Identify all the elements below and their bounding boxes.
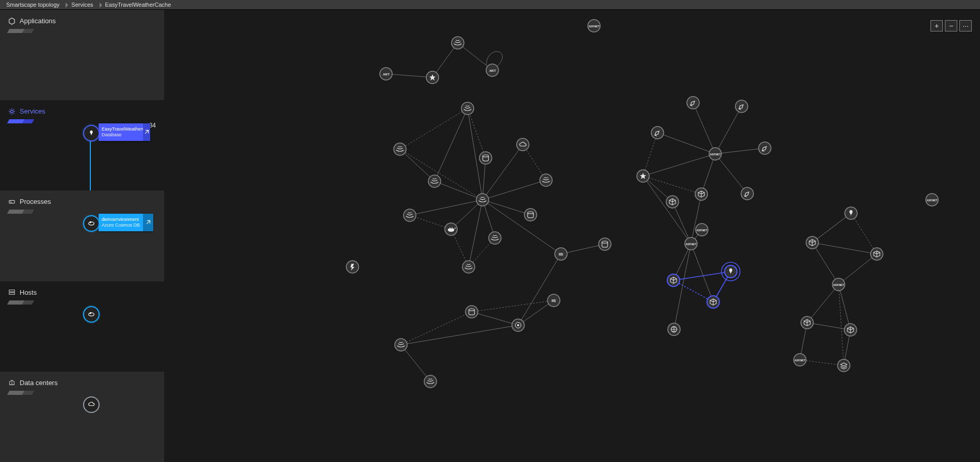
layer-underline xyxy=(7,391,35,395)
layer-label: Applications xyxy=(20,17,56,25)
graph-edge xyxy=(657,133,715,154)
graph-node[interactable] xyxy=(426,71,439,84)
svg-point-35 xyxy=(599,238,611,250)
graph-edge xyxy=(469,200,483,267)
graph-node[interactable] xyxy=(838,359,850,372)
graph-node[interactable] xyxy=(489,232,501,244)
asp-icon xyxy=(685,243,696,246)
graph-node[interactable] xyxy=(512,319,524,331)
svg-point-7 xyxy=(89,313,94,316)
layer-label: Hosts xyxy=(20,289,37,296)
layer-hosts[interactable]: Hosts xyxy=(0,281,164,372)
net-icon xyxy=(489,69,496,72)
layer-node-datacenter[interactable] xyxy=(83,396,100,413)
graph-node[interactable] xyxy=(394,143,406,155)
graph-node[interactable] xyxy=(696,224,708,236)
graph-node[interactable] xyxy=(707,296,719,308)
graph-node[interactable] xyxy=(428,175,441,187)
open-service-button[interactable] xyxy=(143,123,150,141)
graph-edge xyxy=(483,200,561,254)
graph-node[interactable] xyxy=(806,236,818,249)
graph-node[interactable] xyxy=(685,237,697,250)
graph-edge xyxy=(468,108,483,200)
graph-node[interactable] xyxy=(404,209,416,221)
service-card[interactable]: EasyTravelWeatherCache Database xyxy=(99,123,150,141)
graph-edge xyxy=(674,244,691,329)
graph-node[interactable] xyxy=(668,323,680,336)
iis-icon xyxy=(552,299,556,302)
graph-node[interactable] xyxy=(794,354,806,366)
graph-edge xyxy=(486,52,503,66)
graph-edge xyxy=(812,243,839,284)
graph-node[interactable] xyxy=(844,324,857,336)
graph-edge xyxy=(435,108,468,181)
graph-node[interactable] xyxy=(695,188,708,200)
graph-node[interactable] xyxy=(801,316,813,329)
graph-node[interactable] xyxy=(445,223,457,235)
layer-node-process[interactable] xyxy=(83,215,100,232)
graph-edge xyxy=(851,213,877,254)
graph-node[interactable] xyxy=(666,196,679,208)
graph-edge xyxy=(401,325,518,345)
graph-node[interactable] xyxy=(486,64,499,76)
graph-node[interactable] xyxy=(651,126,664,139)
graph-node[interactable] xyxy=(845,207,857,219)
layer-datacenters[interactable]: Data centers xyxy=(0,372,164,462)
graph-node[interactable] xyxy=(667,274,680,286)
graph-node[interactable] xyxy=(548,294,560,307)
graph-node[interactable] xyxy=(476,194,489,206)
graph-node[interactable] xyxy=(461,102,474,115)
graph-node[interactable] xyxy=(759,142,771,154)
svg-point-26 xyxy=(517,138,529,151)
topology-canvas[interactable]: .NET ASP.NET IIS + − xyxy=(164,10,980,462)
graph-edge xyxy=(807,284,839,323)
graph-node[interactable] xyxy=(462,261,475,273)
breadcrumb-item[interactable]: Smartscape topology xyxy=(3,2,62,8)
layer-services[interactable]: Services 34 EasyTravelWeatherCache Datab… xyxy=(0,100,164,190)
zoom-more-button[interactable]: ··· xyxy=(959,20,972,31)
graph-node[interactable] xyxy=(637,170,649,182)
breadcrumb-item[interactable]: Services xyxy=(62,2,96,8)
graph-edge xyxy=(472,300,554,312)
graph-edge xyxy=(400,149,483,200)
gear-icon xyxy=(8,108,15,115)
graph-node[interactable] xyxy=(687,97,699,109)
graph-node[interactable] xyxy=(555,248,567,260)
layer-applications[interactable]: Applications xyxy=(0,10,164,100)
graph-node[interactable] xyxy=(524,209,537,221)
graph-node[interactable] xyxy=(346,261,359,273)
graph-node[interactable] xyxy=(926,194,938,206)
graph-node[interactable] xyxy=(735,100,748,113)
zoom-out-button[interactable]: − xyxy=(945,20,957,31)
graph-node[interactable] xyxy=(709,148,721,160)
graph-node[interactable] xyxy=(871,248,883,260)
graph-edge xyxy=(483,180,546,200)
graph-node[interactable] xyxy=(832,278,845,291)
graph-node[interactable] xyxy=(395,339,407,351)
breadcrumb-item[interactable]: EasyTravelWeatherCache xyxy=(97,2,174,8)
graph-node[interactable] xyxy=(465,306,478,318)
graph-node[interactable] xyxy=(517,138,529,151)
graph-node[interactable] xyxy=(380,68,392,80)
graph-edge xyxy=(435,181,483,200)
net-icon xyxy=(382,73,390,76)
svg-point-8 xyxy=(90,312,92,314)
zoom-controls: + − ··· xyxy=(930,20,972,31)
zoom-in-button[interactable]: + xyxy=(930,20,943,31)
graph-node[interactable] xyxy=(721,262,740,281)
graph-node[interactable] xyxy=(479,152,492,164)
graph-node[interactable] xyxy=(540,174,552,186)
graph-node[interactable] xyxy=(452,37,464,49)
open-process-button[interactable] xyxy=(143,214,153,231)
graph-node[interactable] xyxy=(741,187,753,200)
graph-node[interactable] xyxy=(599,238,611,250)
layer-processes[interactable]: Processes demoenvironment Azure Cosmos D… xyxy=(0,190,164,281)
graph-edge xyxy=(672,202,691,244)
process-card[interactable]: demoenvironment Azure Cosmos DB xyxy=(99,214,153,231)
graph-node[interactable] xyxy=(588,20,600,32)
layer-node-service[interactable] xyxy=(83,125,100,141)
layer-node-host[interactable] xyxy=(83,306,100,323)
topology-graph[interactable]: .NET ASP.NET IIS xyxy=(164,10,980,462)
svg-point-45 xyxy=(735,100,748,113)
graph-node[interactable] xyxy=(424,375,437,388)
